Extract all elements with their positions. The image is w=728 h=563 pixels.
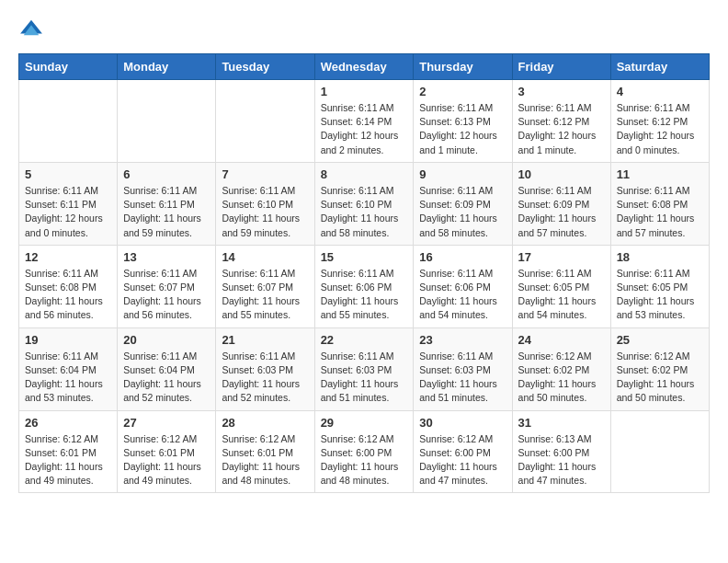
day-info: Sunrise: 6:11 AM Sunset: 6:14 PM Dayligh…: [321, 101, 408, 157]
calendar-week-4: 19Sunrise: 6:11 AM Sunset: 6:04 PM Dayli…: [19, 327, 710, 410]
calendar-cell: 25Sunrise: 6:12 AM Sunset: 6:02 PM Dayli…: [610, 327, 709, 410]
calendar-cell: 7Sunrise: 6:11 AM Sunset: 6:10 PM Daylig…: [216, 162, 314, 245]
calendar-cell: 30Sunrise: 6:12 AM Sunset: 6:00 PM Dayli…: [414, 410, 512, 493]
day-number: 4: [617, 85, 703, 98]
day-number: 18: [617, 250, 703, 264]
calendar-week-2: 5Sunrise: 6:11 AM Sunset: 6:11 PM Daylig…: [19, 162, 710, 245]
day-number: 6: [123, 167, 210, 181]
logo: [18, 18, 48, 39]
day-info: Sunrise: 6:11 AM Sunset: 6:10 PM Dayligh…: [222, 184, 308, 240]
day-number: 23: [419, 333, 506, 347]
day-number: 27: [123, 416, 210, 430]
calendar-cell: 24Sunrise: 6:12 AM Sunset: 6:02 PM Dayli…: [512, 327, 610, 410]
calendar-cell: 20Sunrise: 6:11 AM Sunset: 6:04 PM Dayli…: [118, 327, 216, 410]
day-info: Sunrise: 6:11 AM Sunset: 6:06 PM Dayligh…: [321, 267, 408, 323]
day-info: Sunrise: 6:11 AM Sunset: 6:09 PM Dayligh…: [518, 184, 605, 240]
day-info: Sunrise: 6:12 AM Sunset: 6:01 PM Dayligh…: [123, 432, 210, 488]
day-info: Sunrise: 6:11 AM Sunset: 6:05 PM Dayligh…: [518, 267, 605, 323]
calendar-week-3: 12Sunrise: 6:11 AM Sunset: 6:08 PM Dayli…: [19, 245, 710, 327]
day-number: 26: [25, 416, 111, 430]
day-info: Sunrise: 6:12 AM Sunset: 6:02 PM Dayligh…: [518, 350, 605, 406]
logo-icon: [18, 18, 44, 39]
day-number: 9: [419, 167, 506, 181]
day-number: 22: [321, 333, 408, 347]
calendar-table: SundayMondayTuesdayWednesdayThursdayFrid…: [18, 53, 710, 493]
weekday-header-sunday: Sunday: [19, 54, 118, 80]
day-info: Sunrise: 6:11 AM Sunset: 6:03 PM Dayligh…: [222, 350, 308, 406]
page-header: [18, 18, 710, 39]
day-info: Sunrise: 6:12 AM Sunset: 6:01 PM Dayligh…: [25, 432, 111, 488]
day-info: Sunrise: 6:11 AM Sunset: 6:10 PM Dayligh…: [321, 184, 408, 240]
day-number: 15: [321, 250, 408, 264]
calendar-cell: 27Sunrise: 6:12 AM Sunset: 6:01 PM Dayli…: [118, 410, 216, 493]
day-info: Sunrise: 6:11 AM Sunset: 6:08 PM Dayligh…: [25, 267, 111, 323]
day-info: Sunrise: 6:13 AM Sunset: 6:00 PM Dayligh…: [518, 432, 605, 488]
day-info: Sunrise: 6:11 AM Sunset: 6:03 PM Dayligh…: [321, 350, 408, 406]
calendar-cell: 6Sunrise: 6:11 AM Sunset: 6:11 PM Daylig…: [118, 162, 216, 245]
calendar-cell: 14Sunrise: 6:11 AM Sunset: 6:07 PM Dayli…: [216, 245, 314, 327]
calendar-cell: 22Sunrise: 6:11 AM Sunset: 6:03 PM Dayli…: [314, 327, 414, 410]
calendar-cell: [610, 410, 709, 493]
calendar-cell: 17Sunrise: 6:11 AM Sunset: 6:05 PM Dayli…: [512, 245, 610, 327]
day-info: Sunrise: 6:11 AM Sunset: 6:09 PM Dayligh…: [419, 184, 506, 240]
day-number: 7: [222, 167, 308, 181]
day-number: 21: [222, 333, 308, 347]
calendar-cell: 23Sunrise: 6:11 AM Sunset: 6:03 PM Dayli…: [414, 327, 512, 410]
day-number: 24: [518, 333, 605, 347]
day-number: 1: [321, 85, 408, 98]
calendar-cell: 4Sunrise: 6:11 AM Sunset: 6:12 PM Daylig…: [610, 80, 709, 163]
day-info: Sunrise: 6:11 AM Sunset: 6:12 PM Dayligh…: [518, 101, 605, 157]
day-info: Sunrise: 6:11 AM Sunset: 6:06 PM Dayligh…: [419, 267, 506, 323]
day-info: Sunrise: 6:11 AM Sunset: 6:04 PM Dayligh…: [25, 350, 111, 406]
day-info: Sunrise: 6:11 AM Sunset: 6:08 PM Dayligh…: [617, 184, 703, 240]
day-number: 31: [518, 416, 605, 430]
calendar-cell: 12Sunrise: 6:11 AM Sunset: 6:08 PM Dayli…: [19, 245, 118, 327]
day-number: 12: [25, 250, 111, 264]
weekday-header-wednesday: Wednesday: [314, 54, 414, 80]
weekday-header-friday: Friday: [512, 54, 610, 80]
calendar-cell: 16Sunrise: 6:11 AM Sunset: 6:06 PM Dayli…: [414, 245, 512, 327]
day-number: 29: [321, 416, 408, 430]
calendar-cell: 1Sunrise: 6:11 AM Sunset: 6:14 PM Daylig…: [314, 80, 414, 163]
weekday-header-monday: Monday: [118, 54, 216, 80]
calendar-cell: 28Sunrise: 6:12 AM Sunset: 6:01 PM Dayli…: [216, 410, 314, 493]
day-number: 8: [321, 167, 408, 181]
day-number: 14: [222, 250, 308, 264]
day-info: Sunrise: 6:11 AM Sunset: 6:11 PM Dayligh…: [25, 184, 111, 240]
calendar-cell: 3Sunrise: 6:11 AM Sunset: 6:12 PM Daylig…: [512, 80, 610, 163]
day-info: Sunrise: 6:12 AM Sunset: 6:00 PM Dayligh…: [321, 432, 408, 488]
calendar-week-5: 26Sunrise: 6:12 AM Sunset: 6:01 PM Dayli…: [19, 410, 710, 493]
calendar-cell: 26Sunrise: 6:12 AM Sunset: 6:01 PM Dayli…: [19, 410, 118, 493]
calendar-body: 1Sunrise: 6:11 AM Sunset: 6:14 PM Daylig…: [19, 80, 710, 493]
day-number: 20: [123, 333, 210, 347]
calendar-cell: 21Sunrise: 6:11 AM Sunset: 6:03 PM Dayli…: [216, 327, 314, 410]
day-number: 13: [123, 250, 210, 264]
day-number: 16: [419, 250, 506, 264]
day-number: 10: [518, 167, 605, 181]
calendar-cell: 13Sunrise: 6:11 AM Sunset: 6:07 PM Dayli…: [118, 245, 216, 327]
day-info: Sunrise: 6:11 AM Sunset: 6:03 PM Dayligh…: [419, 350, 506, 406]
day-info: Sunrise: 6:12 AM Sunset: 6:01 PM Dayligh…: [222, 432, 308, 488]
day-info: Sunrise: 6:11 AM Sunset: 6:12 PM Dayligh…: [617, 101, 703, 157]
day-info: Sunrise: 6:11 AM Sunset: 6:04 PM Dayligh…: [123, 350, 210, 406]
day-number: 25: [617, 333, 703, 347]
day-info: Sunrise: 6:11 AM Sunset: 6:11 PM Dayligh…: [123, 184, 210, 240]
calendar-cell: 9Sunrise: 6:11 AM Sunset: 6:09 PM Daylig…: [414, 162, 512, 245]
day-number: 3: [518, 85, 605, 98]
day-number: 28: [222, 416, 308, 430]
day-number: 17: [518, 250, 605, 264]
weekday-header-row: SundayMondayTuesdayWednesdayThursdayFrid…: [19, 54, 710, 80]
weekday-header-tuesday: Tuesday: [216, 54, 314, 80]
weekday-header-saturday: Saturday: [610, 54, 709, 80]
day-info: Sunrise: 6:11 AM Sunset: 6:07 PM Dayligh…: [123, 267, 210, 323]
day-number: 19: [25, 333, 111, 347]
day-info: Sunrise: 6:12 AM Sunset: 6:02 PM Dayligh…: [617, 350, 703, 406]
day-number: 11: [617, 167, 703, 181]
calendar-cell: 29Sunrise: 6:12 AM Sunset: 6:00 PM Dayli…: [314, 410, 414, 493]
calendar-cell: 10Sunrise: 6:11 AM Sunset: 6:09 PM Dayli…: [512, 162, 610, 245]
calendar-cell: 2Sunrise: 6:11 AM Sunset: 6:13 PM Daylig…: [414, 80, 512, 163]
day-info: Sunrise: 6:11 AM Sunset: 6:05 PM Dayligh…: [617, 267, 703, 323]
calendar-cell: 8Sunrise: 6:11 AM Sunset: 6:10 PM Daylig…: [314, 162, 414, 245]
day-number: 5: [25, 167, 111, 181]
calendar-cell: [118, 80, 216, 163]
